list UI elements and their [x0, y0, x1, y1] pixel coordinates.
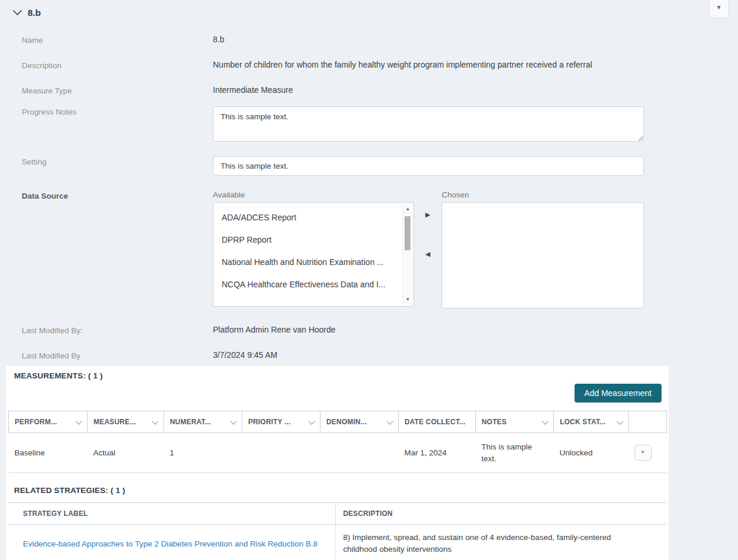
page-header: 8.b ▼ — [0, 0, 738, 23]
setting-label: Setting — [0, 156, 213, 166]
scroll-up-icon[interactable]: ▲ — [403, 204, 413, 214]
field-row-progress-notes: Progress Notes This is sample text. — [0, 106, 738, 143]
setting-input[interactable] — [213, 156, 644, 176]
chevron-down-icon[interactable] — [13, 6, 22, 16]
cell-lock-status: Unlocked — [554, 433, 629, 473]
chevron-down-icon[interactable] — [308, 418, 315, 424]
field-row-data-source: Data Source Available ADA/ADCES Report D… — [0, 190, 738, 308]
add-measurement-button[interactable]: Add Measurement — [575, 384, 662, 403]
move-left-icon[interactable]: ◀ — [425, 251, 430, 257]
measurements-header-row: PERFORM... MEASURE... NUMERAT... PRIORIT… — [9, 411, 667, 433]
data-source-dual-list: Available ADA/ADCES Report DPRP Report N… — [213, 190, 644, 308]
measure-type-value: Intermediate Measure — [213, 85, 644, 95]
strategies-header-row: STRATEGY LABEL DESCRIPTION — [8, 503, 666, 525]
column-header-denominator[interactable]: DENOMIN... — [320, 411, 399, 433]
column-header-notes[interactable]: NOTES — [476, 411, 554, 433]
available-listbox: ADA/ADCES Report DPRP Report National He… — [213, 202, 414, 307]
progress-notes-textarea[interactable]: This is sample text. — [213, 106, 644, 142]
list-item[interactable]: DPRP Report — [213, 229, 413, 251]
data-source-label: Data Source — [0, 190, 213, 200]
column-header-strategy-label: STRATEGY LABEL — [8, 503, 335, 525]
column-header-performance[interactable]: PERFORM... — [9, 411, 88, 433]
last-modified-date-value: 3/7/2024 9:45 AM — [213, 350, 644, 360]
column-header-description: DESCRIPTION — [335, 503, 666, 525]
field-row-description: Description Number of children for whom … — [0, 60, 738, 70]
chevron-down-icon[interactable] — [542, 418, 548, 424]
chevron-down-icon[interactable] — [616, 418, 623, 424]
name-label: Name — [0, 35, 213, 45]
measurements-table: PERFORM... MEASURE... NUMERAT... PRIORIT… — [8, 411, 667, 473]
column-header-numerator[interactable]: NUMERAT... — [164, 411, 242, 433]
measurements-panel: MEASUREMENTS: ( 1 ) Add Measurement PERF… — [6, 365, 669, 560]
field-row-measure-type: Measure Type Intermediate Measure — [0, 85, 738, 95]
list-item[interactable]: ADA/ADCES Report — [213, 206, 413, 229]
field-row-last-modified-by: Last Modified By: Platform Admin Rene va… — [0, 325, 738, 335]
column-header-lock-status[interactable]: LOCK STAT... — [554, 411, 629, 433]
cell-strategy-description: 8) Implement, spread, and sustain one of… — [335, 525, 666, 560]
description-label: Description — [0, 60, 213, 70]
scroll-down-icon[interactable]: ▼ — [403, 295, 413, 304]
related-strategies-heading: RELATED STRATEGIES: ( 1 ) — [6, 473, 669, 502]
cell-denominator — [320, 433, 399, 473]
chosen-list-label: Chosen — [442, 190, 644, 199]
chosen-listbox[interactable] — [442, 202, 644, 308]
available-list-label: Available — [213, 190, 414, 199]
cell-date-collected: Mar 1, 2024 — [399, 433, 476, 473]
caret-down-icon: ▼ — [640, 450, 645, 455]
cell-numerator: 1 — [164, 433, 242, 473]
field-row-last-modified-date: Last Modified By 3/7/2024 9:45 AM — [0, 350, 738, 360]
column-header-actions — [629, 411, 667, 433]
dual-list-controls: ▶ ◀ — [414, 190, 442, 308]
related-strategies-table: STRATEGY LABEL DESCRIPTION Evidence-base… — [8, 502, 666, 560]
move-right-icon[interactable]: ▶ — [425, 212, 430, 218]
table-row: Evidence-based Approaches to Type 2 Diab… — [8, 525, 666, 560]
measurements-heading: MEASUREMENTS: ( 1 ) — [6, 371, 669, 380]
last-modified-by-value: Platform Admin Rene van Hoorde — [213, 325, 644, 334]
last-modified-date-label: Last Modified By — [0, 350, 213, 360]
column-header-measure[interactable]: MEASURE... — [88, 411, 164, 433]
list-item[interactable]: NCQA Healthcare Effectiveness Data and I… — [213, 273, 413, 296]
cell-actions: ▼ — [629, 433, 667, 473]
row-menu-button[interactable]: ▼ — [635, 445, 652, 461]
table-row: Baseline Actual 1 Mar 1, 2024 This is sa… — [9, 433, 667, 473]
cell-notes: This is sample text. — [476, 433, 554, 473]
description-value: Number of children for whom the family h… — [213, 60, 644, 69]
chevron-down-icon[interactable] — [230, 418, 236, 424]
progress-notes-label: Progress Notes — [0, 106, 213, 116]
caret-down-icon: ▼ — [716, 4, 722, 11]
field-row-setting: Setting — [0, 156, 738, 176]
chevron-down-icon[interactable] — [386, 418, 393, 424]
cell-performance: Baseline — [9, 433, 88, 473]
cell-measure: Actual — [88, 433, 164, 473]
column-header-priority[interactable]: PRIORITY ... — [242, 411, 320, 433]
cell-priority — [242, 433, 320, 473]
page-title: 8.b — [28, 8, 41, 18]
header-menu-button[interactable]: ▼ — [709, 0, 729, 18]
measure-detail-page: 8.b ▼ Name 8.b Description Number of chi… — [0, 0, 738, 560]
scrollbar[interactable]: ▲ ▼ — [402, 203, 413, 306]
scrollbar-thumb[interactable] — [405, 216, 410, 250]
last-modified-by-label: Last Modified By: — [0, 325, 213, 335]
field-row-name: Name 8.b — [0, 35, 738, 45]
list-item[interactable]: National Health and Nutrition Examinatio… — [213, 251, 413, 273]
measure-type-label: Measure Type — [0, 85, 213, 95]
name-value: 8.b — [213, 35, 644, 44]
chevron-down-icon[interactable] — [75, 418, 82, 424]
chevron-down-icon[interactable] — [152, 418, 158, 424]
column-header-date-collected[interactable]: DATE COLLECT... — [399, 411, 476, 433]
strategy-link[interactable]: Evidence-based Approaches to Type 2 Diab… — [23, 539, 318, 548]
